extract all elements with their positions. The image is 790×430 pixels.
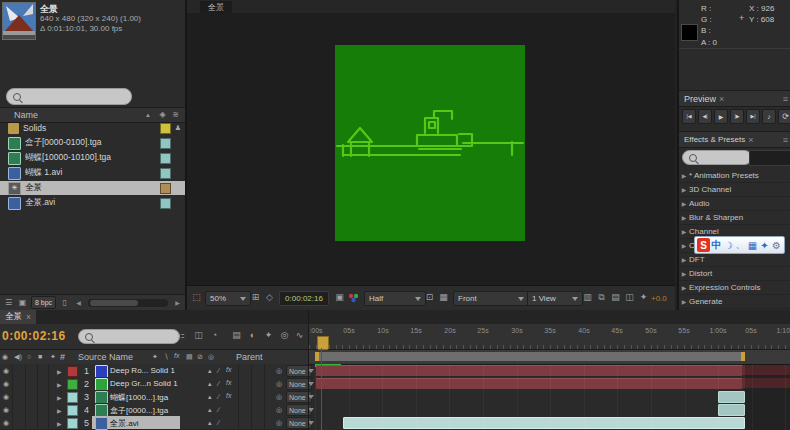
expander-icon[interactable]: ▶ xyxy=(679,172,689,179)
mask-toggle-icon[interactable]: ∕ xyxy=(218,419,219,426)
expander-icon[interactable]: ▶ xyxy=(57,394,62,401)
auto-keyframe-icon[interactable]: ◎ xyxy=(278,329,291,342)
skin-icon[interactable]: ✦ xyxy=(759,238,770,252)
effects-category-3d-channel[interactable]: ▶3D Channel xyxy=(679,182,790,197)
work-area-bar[interactable] xyxy=(315,352,745,361)
interpret-footage-icon[interactable]: ☰ xyxy=(3,297,14,308)
work-area-track[interactable] xyxy=(308,349,790,365)
layer-source-name[interactable]: Deep Ro... Solid 1 xyxy=(110,366,175,375)
expander-icon[interactable]: ▶ xyxy=(679,256,689,263)
project-bit-depth-button[interactable]: 8 bpc xyxy=(31,296,56,309)
label-color-chip[interactable] xyxy=(160,168,171,179)
parent-pickwhip-icon[interactable]: ◎ xyxy=(276,419,282,427)
layer-duration-bar-short[interactable] xyxy=(718,391,745,403)
next-frame-button[interactable]: |▶ xyxy=(730,109,744,124)
expander-icon[interactable]: ▶ xyxy=(57,368,62,375)
layer-label-chip[interactable] xyxy=(67,418,78,429)
draft-3d-icon[interactable]: ◫ xyxy=(192,329,205,342)
expander-icon[interactable]: ▶ xyxy=(679,284,689,291)
cti-line[interactable] xyxy=(321,348,322,430)
soft-keyboard-icon[interactable]: ▦ xyxy=(747,238,758,252)
panel-menu-icon[interactable]: ≡ xyxy=(783,135,788,145)
comp-mini-flowchart-icon[interactable]: ⚏ xyxy=(174,329,187,342)
resolution-dropdown[interactable]: Half xyxy=(364,291,426,306)
show-channel-icon[interactable] xyxy=(348,293,359,303)
quality-toggle-icon[interactable]: ▴ xyxy=(208,406,212,414)
layer-duration-bar-red[interactable] xyxy=(316,365,742,376)
delete-trash-icon[interactable]: ▯ xyxy=(59,297,70,308)
project-item-butterflyavi[interactable]: 蝴蝶 1.avi xyxy=(0,166,185,180)
eye-icon[interactable]: ◉ xyxy=(3,367,9,375)
expander-icon[interactable]: ▶ xyxy=(57,407,62,414)
quality-toggle-icon[interactable]: ▴ xyxy=(208,393,212,401)
brainstorm-icon[interactable]: ✦ xyxy=(262,329,275,342)
label-color-chip[interactable] xyxy=(160,153,171,164)
expander-icon[interactable]: ▶ xyxy=(679,270,689,277)
parent-pickwhip-icon[interactable]: ◎ xyxy=(276,393,282,401)
project-item-panorama-comp[interactable]: ✳ 全景 xyxy=(0,181,185,195)
expander-icon[interactable]: ▶ xyxy=(679,186,689,193)
effects-search-options[interactable] xyxy=(749,150,790,166)
fullwidth-halfwidth-moon-icon[interactable]: ☽ xyxy=(723,238,734,252)
layer-duration-bar-long[interactable] xyxy=(343,417,745,429)
name-column-header[interactable]: Name xyxy=(14,110,38,120)
motion-blur-icon[interactable]: ◐ xyxy=(246,329,259,342)
layer-duration-bar-short[interactable] xyxy=(718,404,745,416)
punctuation-icon[interactable]: 、 xyxy=(735,238,746,252)
project-item-solids[interactable]: Solids ♟ xyxy=(0,121,185,135)
chinese-mode-icon[interactable]: 中 xyxy=(711,238,722,252)
viewer-canvas[interactable] xyxy=(187,13,675,285)
timeline-current-time[interactable]: 0:00:02:16 xyxy=(2,329,66,343)
play-button[interactable]: ▶ xyxy=(714,109,728,124)
preview-tab[interactable]: Preview xyxy=(684,94,716,104)
label-color-chip[interactable] xyxy=(160,198,171,209)
ime-toolbar[interactable]: S 中 ☽ 、 ▦ ✦ ⚙ xyxy=(694,236,785,254)
grid-guides-icon[interactable]: ⊞ xyxy=(249,291,262,304)
eye-icon[interactable]: ◉ xyxy=(3,406,9,414)
quality-toggle-icon[interactable]: ▴ xyxy=(208,367,212,375)
timeline-tab-panorama[interactable]: 全景 × xyxy=(0,310,36,324)
layer-source-name[interactable]: 全景.avi xyxy=(110,418,138,429)
sogou-logo-icon[interactable]: S xyxy=(697,238,710,252)
layer-source-name[interactable]: 蝴蝶[1000...].tga xyxy=(110,392,168,403)
time-ruler[interactable]: :00s 05s 10s 15s 20s 25s 30s 35s 40s 45s… xyxy=(308,324,790,349)
fx-badge[interactable]: fx xyxy=(226,379,231,386)
layer-row-1[interactable]: ◉ ▶ 1 Deep Ro... Solid 1 ▴ ∕ fx ◎ None xyxy=(0,364,790,377)
source-name-column-header[interactable]: Source Name xyxy=(78,352,133,362)
new-folder-icon[interactable]: ▣ xyxy=(17,297,28,308)
graph-editor-icon[interactable]: ∿ xyxy=(293,329,306,342)
close-icon[interactable]: × xyxy=(748,135,753,145)
mask-toggle-icon[interactable]: ∕ xyxy=(218,380,219,387)
timeline-button-icon[interactable]: ▤ xyxy=(609,291,622,304)
audio-button[interactable]: ♪ xyxy=(762,109,776,124)
cti-playhead-handle[interactable] xyxy=(317,336,329,350)
sort-ascending-icon[interactable]: ▲ xyxy=(145,112,151,118)
viewer-current-time[interactable]: 0:00:02:16 xyxy=(279,291,329,306)
layer-duration-bar-red[interactable] xyxy=(316,378,742,389)
quality-toggle-icon[interactable]: ▴ xyxy=(208,380,212,388)
layer-row-3[interactable]: ◉ ▶ 3 蝴蝶[1000...].tga ▴ ∕ fx ◎ None xyxy=(0,390,790,403)
layer-row-2[interactable]: ◉ ▶ 2 Deep Gr...n Solid 1 ▴ ∕ fx ◎ None xyxy=(0,377,790,390)
label-color-chip[interactable] xyxy=(160,183,171,194)
expander-icon[interactable]: ▶ xyxy=(679,200,689,207)
layer-label-chip[interactable] xyxy=(67,379,78,390)
ram-preview-loop-button[interactable]: ⟳ xyxy=(778,109,790,124)
fx-badge[interactable]: fx xyxy=(226,366,231,373)
first-frame-button[interactable]: |◀ xyxy=(682,109,696,124)
parent-pickwhip-icon[interactable]: ◎ xyxy=(276,380,282,388)
work-area-end-handle[interactable] xyxy=(741,352,745,361)
expander-icon[interactable]: ▶ xyxy=(679,214,689,221)
effects-presets-tab[interactable]: Effects & Presets xyxy=(684,135,745,144)
always-preview-icon[interactable]: ⬚ xyxy=(190,291,203,304)
close-icon[interactable]: × xyxy=(719,94,724,104)
expander-icon[interactable]: ▶ xyxy=(57,381,62,388)
parent-pickwhip-icon[interactable]: ◎ xyxy=(276,406,282,414)
project-item-panorama-avi[interactable]: 全景.avi xyxy=(0,196,185,210)
layer-label-chip[interactable] xyxy=(67,405,78,416)
fx-badge[interactable]: fx xyxy=(226,392,231,399)
label-color-chip[interactable] xyxy=(160,123,171,134)
parent-pickwhip-icon[interactable]: ◎ xyxy=(276,367,282,375)
hide-shy-layers-icon[interactable]: ◔ xyxy=(208,329,221,342)
expander-icon[interactable]: ▶ xyxy=(679,242,689,249)
expander-icon[interactable]: ▶ xyxy=(57,420,62,427)
